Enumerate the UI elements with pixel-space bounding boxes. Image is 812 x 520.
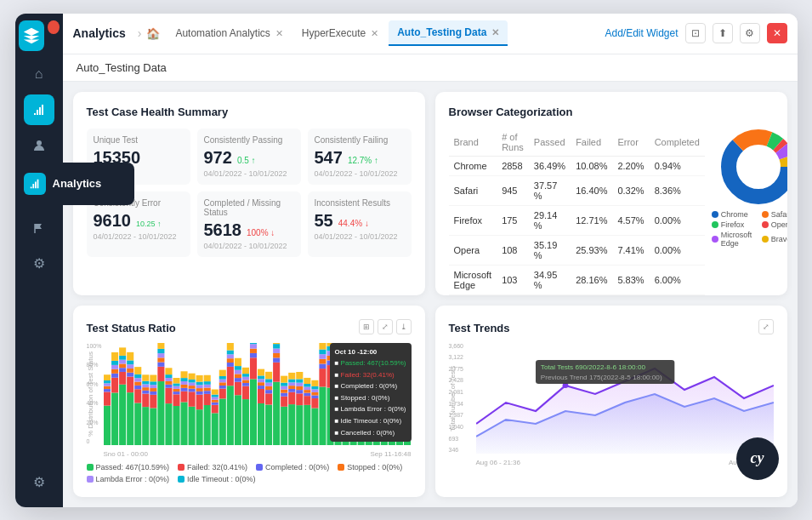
svg-rect-149: [249, 344, 256, 348]
svg-rect-183: [288, 386, 295, 389]
svg-rect-176: [281, 389, 287, 392]
svg-rect-79: [173, 386, 179, 388]
svg-rect-134: [234, 374, 241, 378]
svg-rect-198: [304, 386, 310, 390]
svg-point-0: [37, 140, 42, 146]
legend-msedge: Microsoft Edge: [712, 231, 755, 248]
svg-rect-195: [304, 396, 310, 405]
home-icon[interactable]: 🏠: [146, 27, 160, 40]
svg-rect-174: [281, 396, 287, 406]
tab-automation-analytics[interactable]: Automation Analytics ✕: [167, 20, 291, 46]
svg-rect-26: [119, 384, 126, 444]
svg-rect-135: [234, 369, 241, 374]
window-close-button[interactable]: [48, 20, 60, 34]
trends-svg: Total Tests 690/2022-8-6 18:00:00 Previo…: [476, 343, 774, 454]
chart-toolbar-trends: ⤢: [758, 319, 774, 334]
sidebar-item-users[interactable]: [24, 130, 54, 161]
app-logo[interactable]: [19, 20, 44, 51]
svg-rect-207: [311, 380, 318, 386]
svg-rect-194: [304, 404, 310, 444]
table-row: Firefox 175 29.14 % 12.71% 4.57% 0.00%: [449, 205, 705, 235]
toolbar-expand-trends[interactable]: ⤢: [758, 319, 774, 334]
svg-rect-110: [211, 413, 218, 445]
svg-rect-44: [134, 378, 141, 381]
svg-rect-96: [196, 409, 202, 445]
share-icon[interactable]: ⬆: [713, 23, 733, 43]
tab-hyperexecute[interactable]: HyperExecute ✕: [293, 20, 387, 46]
close-action-icon[interactable]: ✕: [767, 23, 787, 43]
svg-rect-59: [150, 381, 156, 385]
svg-rect-167: [273, 362, 280, 381]
sidebar-item-home[interactable]: ⌂: [24, 59, 54, 89]
svg-rect-114: [211, 397, 218, 399]
svg-rect-36: [127, 368, 133, 372]
trends-card: Test Trends ⤢ Total Number of Tests 3,66…: [435, 306, 787, 497]
content-area: Test Case Health Summary Unique Test 153…: [63, 82, 798, 507]
svg-rect-159: [265, 404, 272, 445]
health-passing: Consistently Passing 972 0.5 ↑ 04/01/202…: [197, 129, 301, 185]
sidebar-item-flag[interactable]: [24, 213, 54, 243]
svg-rect-60: [150, 374, 156, 381]
toolbar-download-icon[interactable]: ⤓: [396, 319, 412, 334]
layout-icon[interactable]: ⊡: [685, 23, 706, 43]
svg-rect-122: [219, 375, 225, 379]
svg-rect-186: [288, 372, 295, 379]
analytics-panel-label: Analytics: [53, 177, 102, 190]
svg-rect-53: [142, 374, 149, 380]
svg-rect-31: [119, 355, 126, 359]
analytics-panel: Analytics: [15, 163, 134, 205]
svg-rect-83: [180, 391, 187, 402]
svg-rect-28: [119, 368, 126, 372]
svg-rect-169: [273, 352, 280, 357]
health-completed: Completed / Missing Status 5618 100% ↓ 0…: [197, 191, 301, 257]
svg-rect-78: [173, 388, 179, 391]
svg-rect-24: [111, 360, 118, 364]
browser-table: Brand # of Runs Passed Failed Error Comp…: [449, 129, 705, 295]
add-edit-widget-link[interactable]: Add/Edit Widget: [605, 27, 678, 39]
svg-rect-155: [258, 382, 264, 386]
svg-rect-115: [211, 394, 218, 397]
sidebar-item-gear[interactable]: ⚙: [24, 467, 54, 498]
legend-failed: Failed: 32(0.41%): [178, 463, 247, 471]
svg-rect-84: [180, 387, 187, 391]
svg-rect-14: [104, 389, 111, 391]
svg-rect-13: [104, 391, 111, 405]
error-value: 9610: [94, 211, 132, 231]
svg-rect-98: [196, 391, 202, 394]
svg-rect-107: [203, 384, 210, 387]
svg-rect-120: [219, 382, 225, 386]
tab-auto-testing[interactable]: Auto_Testing Data ✕: [389, 20, 508, 46]
svg-rect-64: [157, 357, 164, 362]
col-brand: Brand: [449, 129, 497, 157]
tab-close-automation[interactable]: ✕: [275, 28, 283, 39]
svg-rect-130: [226, 343, 233, 350]
svg-rect-32: [119, 347, 126, 356]
svg-rect-30: [119, 359, 126, 363]
svg-rect-148: [249, 348, 256, 352]
svg-rect-88: [180, 371, 187, 378]
svg-rect-187: [296, 405, 303, 445]
svg-rect-202: [311, 398, 318, 409]
tab-close-auto[interactable]: ✕: [491, 27, 499, 38]
svg-rect-85: [180, 384, 187, 387]
settings-icon[interactable]: ⚙: [740, 23, 760, 43]
svg-rect-119: [219, 385, 225, 388]
legend-stopped: Stopped : 0(0%): [338, 463, 402, 471]
sidebar-item-settings[interactable]: ⚙: [24, 249, 54, 279]
topbar: Analytics › 🏠 Automation Analytics ✕ Hyp…: [63, 14, 798, 54]
toolbar-table-icon[interactable]: ⊞: [359, 319, 374, 334]
browser-table-wrap: Brand # of Runs Passed Failed Error Comp…: [449, 129, 705, 295]
toolbar-expand-icon[interactable]: ⤢: [378, 319, 393, 334]
svg-rect-73: [165, 374, 172, 378]
svg-rect-40: [134, 403, 141, 445]
svg-rect-76: [173, 394, 179, 406]
svg-rect-204: [311, 391, 318, 395]
svg-rect-46: [134, 367, 141, 374]
svg-rect-129: [226, 350, 233, 354]
sidebar-item-analytics[interactable]: [24, 94, 54, 125]
tab-close-hyper[interactable]: ✕: [371, 28, 378, 39]
svg-rect-203: [311, 395, 318, 398]
svg-rect-121: [219, 379, 225, 382]
svg-rect-101: [196, 381, 202, 385]
table-row: Microsoft Edge 103 34.95 % 28.16% 5.83% …: [449, 265, 705, 294]
